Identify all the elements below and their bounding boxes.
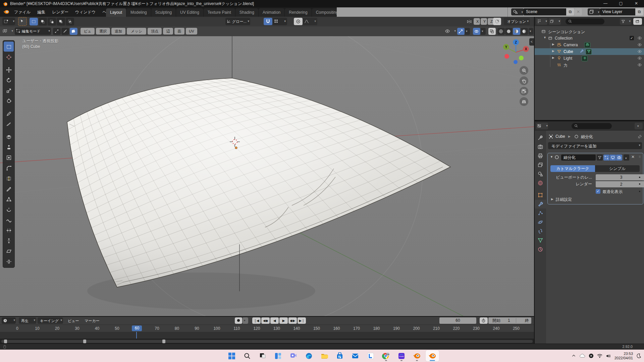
gizmos-toggle[interactable]	[457, 28, 465, 35]
disclosure-triangle[interactable]: ▶	[552, 43, 554, 46]
new-collection-button[interactable]	[633, 18, 642, 25]
snap-mode-dropdown[interactable]: ▾	[272, 18, 287, 25]
workspace-tab-layout[interactable]: Layout	[106, 8, 126, 17]
pin-icon[interactable]	[638, 134, 642, 139]
keying-menu[interactable]: キーイング▾	[38, 317, 63, 324]
properties-tab-scene[interactable]	[535, 170, 546, 178]
blender-logo-icon[interactable]	[3, 9, 9, 14]
outliner-search-input[interactable]	[566, 18, 604, 24]
scene-unlink-button[interactable]: ✕	[575, 8, 582, 15]
viewport-menu-3[interactable]: メッシュ	[127, 28, 146, 35]
tool-cursor[interactable]	[4, 52, 14, 62]
menu-0[interactable]: ファイル	[11, 7, 34, 17]
material-preview-shading-button[interactable]	[513, 28, 520, 35]
tool-poly-build[interactable]	[4, 194, 14, 204]
vertex-select-mode-button[interactable]	[53, 28, 61, 35]
outliner-row-light[interactable]: ▶ Light	[535, 55, 644, 62]
tool-measure[interactable]	[4, 119, 14, 129]
viewport-menu-0[interactable]: ビュー	[80, 28, 95, 35]
timeline-marker[interactable]	[4, 340, 7, 343]
drag-handle[interactable]: ⠿	[639, 156, 641, 159]
minimize-button[interactable]: —	[598, 0, 613, 7]
jump-to-start-button[interactable]: ❘◀	[252, 317, 261, 324]
tool-move[interactable]	[4, 65, 14, 75]
type-simple[interactable]: シンプル	[595, 165, 640, 172]
frame-range-fields[interactable]: 開始1 終了250	[488, 317, 531, 324]
view-layer-icon[interactable]: ▾	[588, 8, 600, 15]
outliner-row-cube[interactable]: ▶ Cube	[535, 48, 644, 55]
taskbar-store-icon[interactable]	[333, 350, 346, 361]
clock[interactable]: 23:53 2022/04/01	[614, 352, 633, 360]
sidebar-collapse-handle[interactable]: <	[529, 38, 534, 46]
select-set-button[interactable]	[30, 18, 38, 25]
workspace-tab-rendering[interactable]: Rendering	[285, 8, 312, 17]
play-button[interactable]: ▶	[279, 317, 288, 324]
mirror-y-toggle[interactable]: Y	[481, 18, 487, 25]
properties-tab-physics[interactable]	[535, 218, 546, 227]
tool-shrink-fatten[interactable]	[4, 236, 14, 246]
camera-view-button[interactable]	[520, 87, 528, 96]
tool-knife[interactable]	[4, 184, 14, 194]
taskbar-line-icon[interactable]	[364, 350, 377, 361]
properties-tab-particles[interactable]	[535, 209, 546, 218]
night-mode-icon[interactable]	[636, 353, 641, 358]
properties-tab-modifiers[interactable]	[535, 200, 546, 208]
timeline-editor-type-dropdown[interactable]: ▾	[2, 317, 16, 324]
breadcrumb-object[interactable]: Cube	[555, 134, 565, 139]
playback-menu[interactable]: 再生▾	[19, 317, 36, 324]
tool-bevel[interactable]	[4, 163, 14, 173]
properties-tab-world[interactable]	[535, 179, 546, 187]
select-subtract-button[interactable]	[48, 18, 56, 25]
show-object-types-dropdown[interactable]: ▾	[444, 28, 456, 35]
viewport-menu-7[interactable]: UV	[186, 28, 197, 35]
tool-edge-slide[interactable]	[4, 225, 14, 235]
eye-icon[interactable]	[637, 36, 642, 41]
viewport-menu-1[interactable]: 選択	[96, 28, 110, 35]
outliner-row-力[interactable]: 力	[535, 62, 644, 68]
taskbar-widgets-icon[interactable]	[271, 350, 285, 361]
workspace-tab-texture-paint[interactable]: Texture Paint	[204, 8, 235, 17]
optimal-display-checkbox[interactable]: ✓	[596, 189, 600, 194]
taskbar-chat-icon[interactable]	[287, 350, 300, 361]
viewport-menu-6[interactable]: 面	[174, 28, 184, 35]
scene-name-field[interactable]: Scene	[523, 8, 569, 15]
current-frame-field[interactable]: 60	[439, 317, 476, 324]
tray-expand-icon[interactable]	[572, 354, 576, 358]
modifier-show-render-toggle[interactable]	[616, 155, 622, 161]
tool-transform[interactable]	[4, 96, 14, 106]
disclosure-triangle[interactable]: ▶	[552, 56, 554, 59]
tool-loop-cut[interactable]	[4, 173, 14, 183]
view-menu[interactable]: ビュー	[68, 318, 79, 323]
animate-dot[interactable]	[639, 183, 640, 185]
eye-icon[interactable]	[637, 63, 642, 68]
properties-tab-object[interactable]	[535, 191, 546, 199]
marker-menu[interactable]: マーカー	[85, 318, 100, 323]
notification-icon[interactable]	[589, 353, 594, 358]
tool-rip-region[interactable]	[4, 256, 14, 266]
outliner-row-camera[interactable]: ▶ Camera	[535, 42, 644, 48]
view-layer-name-field[interactable]: View Layer	[600, 8, 638, 15]
outliner-display-mode-dropdown[interactable]: ▾	[549, 18, 561, 25]
tool-extrude-region[interactable]	[4, 142, 14, 152]
shading-dropdown[interactable]: ▾	[529, 28, 533, 35]
mirror-x-toggle[interactable]: X	[474, 18, 480, 25]
transform-orientation-dropdown[interactable]: グロー... ▾	[225, 18, 250, 25]
mode-dropdown[interactable]: 編集モード ▾	[15, 27, 51, 35]
eye-icon[interactable]	[637, 56, 642, 61]
playhead-line[interactable]	[136, 332, 137, 339]
tool-rotate[interactable]	[4, 75, 14, 85]
outliner-row-scene-collection[interactable]: シーンコレクション	[535, 28, 644, 35]
taskbar-amazon-music-icon[interactable]: music	[395, 350, 408, 361]
tool-select-box[interactable]	[4, 42, 14, 52]
close-button[interactable]: ✕	[629, 0, 644, 7]
collection-checkbox[interactable]: ✓	[630, 36, 634, 40]
properties-type-dropdown[interactable]: ▾	[536, 123, 548, 129]
snap-toggle[interactable]	[264, 18, 272, 25]
viewport-levels-field[interactable]: 3	[596, 174, 644, 180]
select-intersect-button[interactable]	[66, 18, 74, 25]
jump-to-end-button[interactable]: ▶❘	[298, 317, 306, 324]
properties-options-dropdown[interactable]: ▾	[635, 123, 643, 129]
properties-tab-constraints[interactable]	[535, 227, 546, 236]
wireframe-shading-button[interactable]	[497, 28, 505, 35]
workspace-tab-animation[interactable]: Animation	[259, 8, 285, 17]
